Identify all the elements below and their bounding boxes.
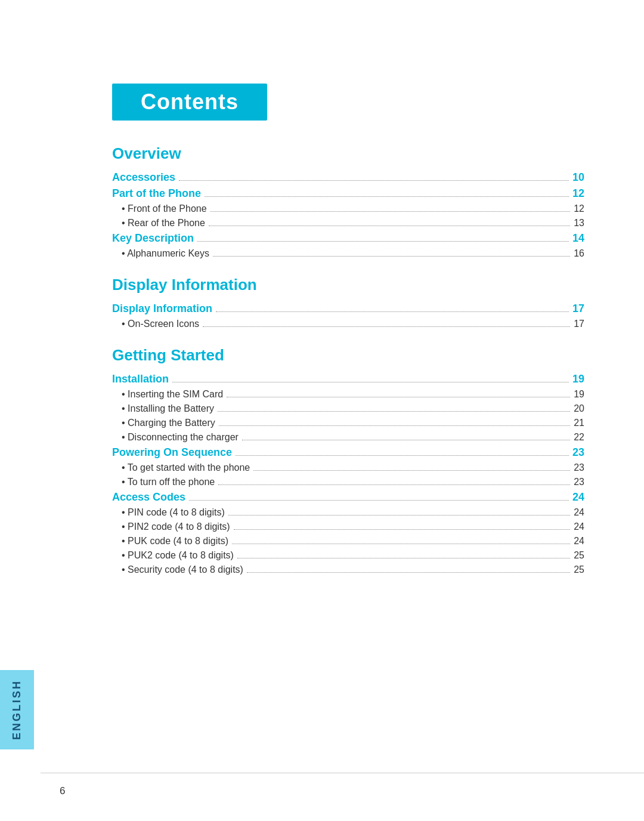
toc-label: • PUK code (4 to 8 digits)	[122, 536, 228, 547]
toc-page: 23	[574, 477, 584, 487]
toc-entry: • Security code (4 to 8 digits)25	[112, 564, 584, 575]
toc-label: • To get started with the phone	[122, 462, 250, 473]
toc-page: 19	[574, 389, 584, 400]
toc-dots	[218, 484, 570, 485]
contents-banner: Contents	[112, 84, 267, 121]
toc-label: • Inserting the SIM Card	[122, 389, 223, 400]
toc-page: 10	[572, 171, 584, 184]
toc-label: • PIN2 code (4 to 8 digits)	[122, 521, 230, 532]
toc-dots	[253, 470, 570, 471]
toc-entry: • PUK code (4 to 8 digits)24	[112, 536, 584, 547]
toc-entry: Part of the Phone12	[112, 187, 584, 200]
toc-label: • PUK2 code (4 to 8 digits)	[122, 550, 234, 561]
main-content: Contents OverviewAccessories10Part of th…	[41, 48, 644, 628]
contents-title: Contents	[141, 89, 239, 115]
toc-label: • Installing the Battery	[122, 403, 214, 414]
toc-label: • To turn off the phone	[122, 477, 215, 487]
toc-group-display-information: Display Information17• On-Screen Icons17	[112, 303, 584, 329]
toc-dots	[234, 529, 571, 530]
toc-label: • Charging the Battery	[122, 418, 215, 428]
section-header-overview: Overview	[112, 144, 584, 163]
toc-dots	[247, 572, 570, 573]
toc-entry: Powering On Sequence23	[112, 446, 584, 459]
toc-entry: • Disconnecting the charger22	[112, 432, 584, 443]
sidebar-english-label: ENGLISH	[0, 670, 34, 749]
toc-dots	[197, 241, 569, 242]
toc-dots	[216, 311, 569, 312]
toc-dots	[228, 515, 570, 516]
toc-dots	[236, 455, 569, 456]
toc-label: Access Codes	[112, 491, 185, 504]
toc-dots	[205, 196, 569, 197]
toc-label: • Front of the Phone	[122, 203, 207, 214]
toc-entry: • PIN code (4 to 8 digits)24	[112, 507, 584, 518]
section-display-information: Display InformationDisplay Information17…	[112, 276, 584, 329]
toc-page: 16	[574, 248, 584, 259]
toc-label: Installation	[112, 373, 169, 385]
toc-entry: • On-Screen Icons17	[112, 319, 584, 329]
toc-dots	[189, 500, 569, 501]
page-container: ENGLISH Contents OverviewAccessories10Pa…	[0, 0, 644, 821]
toc-entry: • Charging the Battery21	[112, 418, 584, 428]
toc-entry: • Rear of the Phone13	[112, 218, 584, 229]
toc-page: 25	[574, 550, 584, 561]
toc-dots	[172, 382, 569, 382]
toc-page: 24	[574, 521, 584, 532]
toc-label: • Rear of the Phone	[122, 218, 205, 229]
toc-dots	[213, 256, 570, 257]
toc-entry: Key Description14	[112, 232, 584, 245]
toc-label: • On-Screen Icons	[122, 319, 199, 329]
toc-entry: • Front of the Phone12	[112, 203, 584, 214]
toc-page: 24	[572, 491, 584, 504]
toc-dots	[179, 180, 569, 181]
toc-entry: • Inserting the SIM Card19	[112, 389, 584, 400]
sidebar: ENGLISH	[0, 0, 41, 821]
toc-page: 13	[574, 218, 584, 229]
toc-entry: • To turn off the phone23	[112, 477, 584, 487]
toc-entry: Accessories10	[112, 171, 584, 184]
toc-page: 20	[574, 403, 584, 414]
toc-entry: Display Information17	[112, 303, 584, 315]
section-header-display-information: Display Information	[112, 276, 584, 294]
page-number: 6	[60, 785, 65, 797]
toc-label: • Disconnecting the charger	[122, 432, 239, 443]
toc-label: Part of the Phone	[112, 187, 201, 200]
toc-dots	[242, 440, 570, 440]
toc-entry: Installation19	[112, 373, 584, 385]
section-overview: OverviewAccessories10Part of the Phone12…	[112, 144, 584, 259]
toc-page: 17	[574, 319, 584, 329]
toc-page: 22	[574, 432, 584, 443]
toc-entry: • To get started with the phone23	[112, 462, 584, 473]
toc-label: • PIN code (4 to 8 digits)	[122, 507, 225, 518]
toc-dots	[209, 226, 570, 226]
section-header-getting-started: Getting Started	[112, 346, 584, 365]
toc-page: 23	[572, 446, 584, 459]
toc-entry: • Installing the Battery20	[112, 403, 584, 414]
toc-entry: • PUK2 code (4 to 8 digits)25	[112, 550, 584, 561]
toc-label: Display Information	[112, 303, 212, 315]
toc-group-overview: Accessories10Part of the Phone12• Front …	[112, 171, 584, 259]
toc-sections: OverviewAccessories10Part of the Phone12…	[112, 144, 584, 575]
toc-page: 24	[574, 536, 584, 547]
toc-page: 23	[574, 462, 584, 473]
toc-group-getting-started: Installation19• Inserting the SIM Card19…	[112, 373, 584, 575]
toc-label: Key Description	[112, 232, 194, 245]
toc-entry: • Alphanumeric Keys16	[112, 248, 584, 259]
toc-dots	[237, 558, 570, 558]
section-getting-started: Getting StartedInstallation19• Inserting…	[112, 346, 584, 575]
toc-label: Accessories	[112, 171, 175, 184]
toc-label: • Security code (4 to 8 digits)	[122, 564, 243, 575]
toc-dots	[232, 544, 570, 544]
toc-page: 12	[574, 203, 584, 214]
toc-page: 24	[574, 507, 584, 518]
toc-page: 12	[572, 187, 584, 200]
toc-label: Powering On Sequence	[112, 446, 232, 459]
toc-page: 25	[574, 564, 584, 575]
toc-dots	[210, 211, 571, 212]
toc-entry: • PIN2 code (4 to 8 digits)24	[112, 521, 584, 532]
toc-dots	[227, 397, 570, 397]
toc-label: • Alphanumeric Keys	[122, 248, 209, 259]
toc-dots	[218, 411, 570, 412]
toc-dots	[219, 425, 570, 426]
toc-entry: Access Codes24	[112, 491, 584, 504]
